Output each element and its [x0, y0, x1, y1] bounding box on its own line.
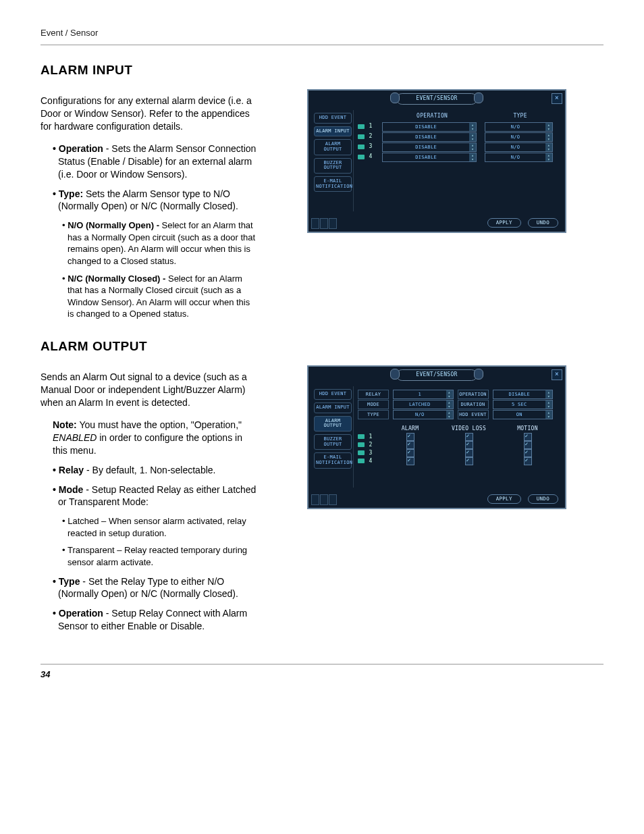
sidebar-item-buzzer-output[interactable]: BUZZER OUTPUT — [314, 158, 352, 174]
bullet-operation: Operation - Sets the Alarm Sensor Connec… — [53, 142, 257, 181]
operation-select[interactable]: DISABLE — [382, 142, 477, 152]
page-header: Event / Sensor — [41, 27, 603, 45]
checkbox[interactable] — [406, 441, 414, 449]
camera-icon — [358, 450, 365, 455]
camera-icon — [358, 434, 365, 439]
checkbox[interactable] — [465, 433, 473, 441]
alarm-output-heading: ALARM OUTPUT — [41, 338, 603, 355]
sidebar-item-buzzer-output[interactable]: BUZZER OUTPUT — [314, 434, 352, 450]
camera-icon — [358, 134, 365, 139]
bullet-mode-transparent: Transparent – Relay reacted temporary du… — [62, 544, 257, 568]
panel-sidebar: HDD EVENT ALARM INPUT ALARM OUTPUT BUZZE… — [313, 110, 354, 211]
hdd-event-label: HDD EVENT — [458, 410, 489, 419]
bullet-relay: Relay - By default, 1. Non-selectable. — [53, 464, 257, 477]
sidebar-item-alarm-input[interactable]: ALARM INPUT — [314, 402, 352, 413]
bullet-operation-out: Operation - Setup Relay Connect with Ala… — [53, 607, 257, 633]
channel-number: 2 — [367, 133, 374, 140]
mode-select[interactable]: LATCHED — [393, 400, 454, 409]
operation-select[interactable]: DISABLE — [382, 122, 477, 132]
operation-select[interactable]: DISABLE — [382, 132, 477, 142]
type-label: TYPE — [358, 410, 389, 419]
mode-label: MODE — [358, 400, 389, 409]
relay-select[interactable]: 1 — [393, 390, 454, 399]
type-select[interactable]: N/O — [393, 410, 454, 419]
figure-alarm-input: EVENT/SENSOR × HDD EVENT ALARM INPUT ALA… — [307, 89, 566, 233]
grid-row: 1 — [358, 433, 557, 441]
channel-number: 2 — [367, 442, 374, 449]
type-select[interactable]: N/O — [485, 122, 553, 132]
bullet-mode: Mode - Setup Reacted Relay as either Lat… — [53, 484, 257, 509]
sidebar-item-hdd-event[interactable]: HDD EVENT — [314, 389, 352, 400]
type-select[interactable]: N/O — [485, 142, 553, 152]
camera-icon — [358, 442, 365, 447]
page-number: 34 — [41, 664, 603, 681]
sidebar-item-alarm-output[interactable]: ALARM OUTPUT — [314, 416, 352, 432]
grid-row: 3 — [358, 449, 557, 457]
duration-label: DURATION — [458, 400, 489, 409]
alarm-input-row: 1DISABLEN/O — [358, 122, 557, 132]
alarm-output-note: Note: You must have the option, "Operati… — [41, 419, 257, 457]
bullet-nc: N/C (Normally Closed) - Select for an Al… — [62, 273, 257, 320]
camera-icon — [358, 459, 365, 463]
sidebar-item-alarm-input[interactable]: ALARM INPUT — [314, 126, 352, 137]
sidebar-item-email-notification[interactable]: E-MAIL NOTIFICATION — [314, 452, 352, 468]
checkbox[interactable] — [465, 457, 473, 465]
checkbox[interactable] — [524, 433, 532, 441]
checkbox[interactable] — [406, 457, 414, 465]
sidebar-item-alarm-output[interactable]: ALARM OUTPUT — [314, 139, 352, 155]
alarm-input-heading: ALARM INPUT — [41, 61, 603, 79]
col-type: TYPE — [483, 113, 557, 120]
apply-button[interactable]: APPLY — [487, 218, 521, 228]
channel-number: 4 — [367, 153, 374, 161]
close-icon[interactable]: × — [552, 93, 562, 104]
checkbox[interactable] — [524, 449, 532, 457]
duration-select[interactable]: 5 SEC — [493, 400, 554, 409]
sidebar-item-hdd-event[interactable]: HDD EVENT — [314, 113, 352, 124]
grid-header: MOTION — [498, 425, 557, 433]
close-icon[interactable]: × — [552, 369, 562, 380]
panel-title: EVENT/SENSOR — [396, 369, 477, 381]
undo-button[interactable]: UNDO — [528, 218, 558, 228]
hdd-event-select[interactable]: ON — [493, 410, 554, 419]
bullet-no: N/O (Normally Open) - Select for an Alar… — [62, 219, 257, 267]
operation-select[interactable]: DISABLE — [382, 153, 477, 162]
checkbox[interactable] — [465, 449, 473, 457]
alarm-input-intro: Configurations for any external alarm de… — [41, 95, 257, 133]
bullet-type-out: Type - Set the Relay Type to either N/O … — [53, 575, 257, 601]
checkbox[interactable] — [465, 441, 473, 449]
operation-select[interactable]: DISABLE — [493, 390, 554, 399]
apply-button[interactable]: APPLY — [487, 494, 521, 504]
camera-icon — [358, 155, 365, 159]
col-operation: OPERATION — [381, 113, 483, 120]
bullet-mode-latched: Latched – When sensor alarm activated, r… — [62, 515, 257, 539]
sidebar-item-email-notification[interactable]: E-MAIL NOTIFICATION — [314, 176, 352, 192]
checkbox[interactable] — [406, 449, 414, 457]
channel-number: 1 — [367, 434, 374, 441]
operation-label: OPERATION — [458, 390, 489, 399]
checkbox[interactable] — [406, 433, 414, 441]
grid-header: ALARM — [381, 425, 439, 433]
alarm-input-row: 2DISABLEN/O — [358, 132, 557, 142]
channel-number: 4 — [367, 458, 374, 465]
relay-label: RELAY — [358, 390, 389, 399]
channel-number: 3 — [367, 143, 374, 151]
channel-number: 1 — [367, 123, 374, 130]
alarm-input-row: 3DISABLEN/O — [358, 142, 557, 152]
channel-number: 3 — [367, 450, 374, 457]
figure-alarm-output: EVENT/SENSOR × HDD EVENT ALARM INPUT ALA… — [307, 365, 566, 509]
type-select[interactable]: N/O — [485, 132, 553, 142]
camera-icon — [358, 145, 365, 149]
bullet-type: Type: Sets the Alarm Sensor type to N/O … — [53, 188, 257, 213]
checkbox[interactable] — [524, 441, 532, 449]
grid-header: VIDEO LOSS — [439, 425, 498, 433]
grid-row: 2 — [358, 441, 557, 449]
alarm-input-row: 4DISABLEN/O — [358, 153, 557, 162]
alarm-output-intro: Sends an Alarm Out signal to a device (s… — [41, 371, 257, 409]
panel-sidebar: HDD EVENT ALARM INPUT ALARM OUTPUT BUZZE… — [313, 386, 354, 488]
type-select[interactable]: N/O — [485, 153, 553, 162]
checkbox[interactable] — [524, 457, 532, 465]
panel-title: EVENT/SENSOR — [396, 93, 477, 105]
camera-icon — [358, 124, 365, 129]
grid-row: 4 — [358, 457, 557, 465]
undo-button[interactable]: UNDO — [528, 494, 558, 504]
